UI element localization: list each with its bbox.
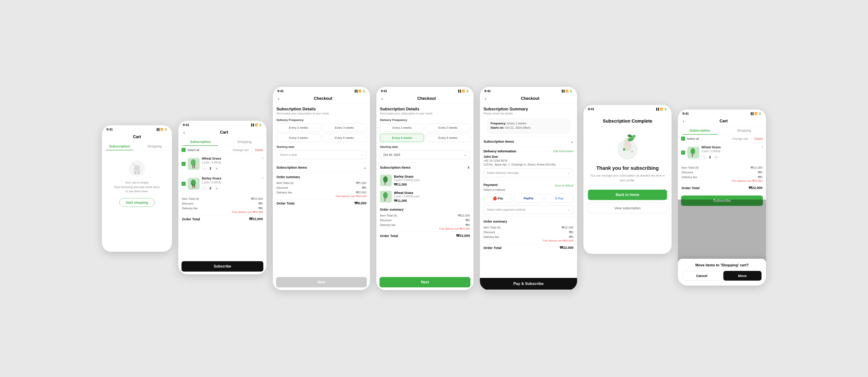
svg-marker-1 bbox=[133, 165, 141, 172]
checkout-content-4: Subscription Details Personalize your su… bbox=[376, 104, 473, 162]
barley-qty-4: 2 pots / 5,500원 each bbox=[394, 178, 470, 182]
empty-cart-text: Your cart is empty.Start browsing and ad… bbox=[114, 180, 160, 194]
barley-plus[interactable]: + bbox=[214, 186, 219, 191]
freq-2w-4[interactable]: Every 2 weeks bbox=[380, 124, 424, 132]
sub-items-title-3: Subscription Items bbox=[276, 166, 307, 169]
freq-3w-3[interactable]: Every 3 weeks bbox=[322, 124, 366, 132]
item-check-wheat-7[interactable] bbox=[681, 150, 685, 155]
screen-cart: 9:41 ▐▐ 📶 🔋 ‹ Cart Subscription Shopping… bbox=[178, 121, 267, 274]
screen-checkout-1: 9:41 ▐▐ 📶 🔋 ‹ Checkout Subscription Deta… bbox=[273, 87, 370, 290]
sub-items-header-4[interactable]: Subscription Items ∧ bbox=[376, 162, 473, 172]
sub-items-chevron-5: ⌄ bbox=[570, 139, 574, 144]
back-button-5[interactable]: ‹ bbox=[484, 96, 487, 101]
google-pay-btn-5[interactable]: G Pay bbox=[545, 194, 574, 203]
barley-sub: 2 pots / 5,500원 bbox=[202, 181, 264, 184]
next-button-3[interactable]: Next bbox=[276, 277, 367, 287]
cart-item-wheat-7: Wheat Grass 2 pots / 5,500원 − 2 + × bbox=[678, 143, 766, 163]
wheat-plus[interactable]: + bbox=[214, 166, 219, 171]
barley-close[interactable]: × bbox=[262, 176, 264, 180]
pay-subscribe-button-5[interactable]: Pay & Subscribe bbox=[480, 278, 577, 289]
other-payment-label-5: Select other payment method bbox=[487, 208, 525, 211]
svg-point-9 bbox=[192, 160, 195, 164]
wheat-name: Wheat Grass bbox=[202, 157, 264, 160]
signal-icon-7: ▐▐ bbox=[750, 112, 753, 115]
freq-6w-4[interactable]: Every 6 weeks bbox=[426, 134, 470, 142]
paypal-btn-5[interactable]: PayPal bbox=[514, 194, 543, 203]
start-date-dropdown-3[interactable]: Select a date ⌄ bbox=[276, 150, 366, 159]
wheat-qty-7: − 2 + bbox=[702, 155, 763, 160]
status-bar-6: 9:41 ▐▐ 📶 🔋 bbox=[583, 105, 672, 112]
select-all-checkbox-2[interactable] bbox=[182, 148, 186, 152]
sub-items-header-3[interactable]: Subscription Items ⌄ bbox=[273, 162, 370, 172]
start-date-dropdown-4[interactable]: Oct 20, 2024 ⌄ bbox=[380, 150, 470, 159]
back-button-4[interactable]: ‹ bbox=[380, 96, 384, 101]
status-bar-1: 9:41 ▐▐ 📶 🔋 bbox=[102, 125, 172, 132]
status-icons-4: ▐▐ 📶 🔋 bbox=[457, 90, 469, 93]
start-shopping-button[interactable]: Start shopping bbox=[119, 198, 155, 207]
nav-bar-2: ‹ Cart bbox=[178, 128, 267, 137]
item-check-wheat[interactable] bbox=[182, 162, 186, 166]
cart-item-wheat: Wheat Grass 2 pots / 5,500원 − 2 + × bbox=[178, 154, 267, 174]
signal-icon-4: ▐▐ bbox=[457, 90, 461, 92]
wheat-minus-7[interactable]: − bbox=[702, 155, 706, 160]
modal-move-btn-7[interactable]: Move bbox=[723, 271, 762, 281]
edit-info-btn-5[interactable]: Edit information bbox=[553, 149, 574, 153]
free-note-2: Free delivery over ₩10,000 bbox=[182, 211, 263, 213]
tab-shopping-1[interactable]: Shopping bbox=[137, 142, 172, 150]
modal-title-7: Move items to 'Shopping' cart? bbox=[682, 263, 762, 267]
delivery-msg-dropdown-5[interactable]: Select delivery message ⌄ bbox=[484, 168, 574, 177]
freq-4w-4[interactable]: Every 4 weeks bbox=[380, 134, 424, 142]
delivery-info-title-5: Delivery Information bbox=[484, 149, 516, 153]
freq-grid-3: Every 2 weeks Every 3 weeks Every 4 week… bbox=[276, 124, 366, 142]
tab-subscription-1[interactable]: Subscription bbox=[102, 142, 137, 150]
summary-card-5: Frequency: Every 2 weeks Starts on: Oct … bbox=[487, 118, 570, 134]
tab-subscription-7[interactable]: Subscription bbox=[678, 126, 722, 135]
time-6: 9:41 bbox=[588, 107, 594, 111]
status-icons-6: ▐▐ 📶 🔋 bbox=[655, 108, 667, 111]
tab-shopping-7[interactable]: Shopping bbox=[722, 126, 766, 135]
next-button-4[interactable]: Next bbox=[379, 277, 470, 287]
status-bar-5: 9:41 ▐▐ 📶 🔋 bbox=[480, 87, 577, 94]
freq-2w-3[interactable]: Every 2 weeks bbox=[276, 124, 320, 132]
save-default-5[interactable]: Save as default bbox=[555, 184, 574, 187]
freq-3w-4[interactable]: Every 3 weeks bbox=[426, 124, 470, 132]
item-check-barley[interactable] bbox=[182, 182, 186, 186]
time-7: 9:41 bbox=[682, 112, 689, 115]
delete-btn-2[interactable]: Delete bbox=[255, 148, 264, 152]
back-button-7[interactable]: ‹ bbox=[682, 118, 685, 124]
wheat-close[interactable]: × bbox=[262, 156, 264, 160]
wheat-close-7[interactable]: × bbox=[761, 145, 763, 149]
delivery-addr-5: 123-ho, Jipsa-Apt. 1, Goyangi-ro, Seoul,… bbox=[484, 163, 574, 166]
select-all-checkbox-7[interactable] bbox=[681, 137, 685, 141]
back-button-2[interactable]: ‹ bbox=[182, 130, 186, 135]
wheat-qty-4: 2 pots / 5,500원 each bbox=[394, 195, 470, 199]
back-home-button[interactable]: Back to home bbox=[588, 190, 667, 200]
select-all-label-7: Select all bbox=[687, 137, 699, 140]
item-total-row-2: Item Total (4) ₩22,000 bbox=[182, 196, 263, 201]
summary-content-5: Subscription Summary Please check the de… bbox=[480, 104, 577, 136]
delete-btn-7[interactable]: Delete bbox=[754, 137, 763, 140]
change-cart-btn-2[interactable]: Change cart bbox=[232, 148, 249, 152]
wheat-minus[interactable]: − bbox=[202, 166, 207, 171]
modal-sheet-7: Move items to 'Shopping' cart? Cancel Mo… bbox=[678, 259, 766, 285]
order-summary-section-4: Order summary Item Total (4) ₩22,000 Dis… bbox=[376, 205, 473, 241]
barley-minus[interactable]: − bbox=[202, 186, 207, 191]
tab-subscription-2[interactable]: Subscription bbox=[178, 137, 222, 146]
sub-items-title-5: Subscription Items bbox=[484, 139, 514, 143]
modal-cancel-btn-7[interactable]: Cancel bbox=[682, 271, 721, 281]
back-button-3[interactable]: ‹ bbox=[277, 96, 280, 101]
apple-pay-btn-5[interactable]: 🍎 Pay bbox=[484, 194, 512, 203]
section-title-3: Subscription Details bbox=[276, 107, 366, 111]
sub-items-header-5[interactable]: Subscription Items ⌄ bbox=[480, 136, 577, 146]
freq-4w-3[interactable]: Every 4 weeks bbox=[276, 134, 320, 142]
wifi-icon-5: 📶 bbox=[565, 90, 568, 93]
freq-6w-3[interactable]: Every 6 weeks bbox=[322, 134, 366, 142]
tab-shopping-2[interactable]: Shopping bbox=[222, 137, 267, 146]
change-cart-btn-7[interactable]: Change cart bbox=[732, 137, 748, 140]
other-payment-dropdown-5[interactable]: Select other payment method ⌄ bbox=[484, 205, 574, 214]
svg-point-20 bbox=[383, 192, 388, 199]
wheat-plus-7[interactable]: + bbox=[714, 155, 719, 160]
subscribe-button-2[interactable]: Subscribe bbox=[182, 261, 264, 272]
view-subscription-button[interactable]: View subscription bbox=[588, 203, 667, 213]
summary-scroll-5: Subscription Summary Please check the de… bbox=[480, 104, 577, 278]
